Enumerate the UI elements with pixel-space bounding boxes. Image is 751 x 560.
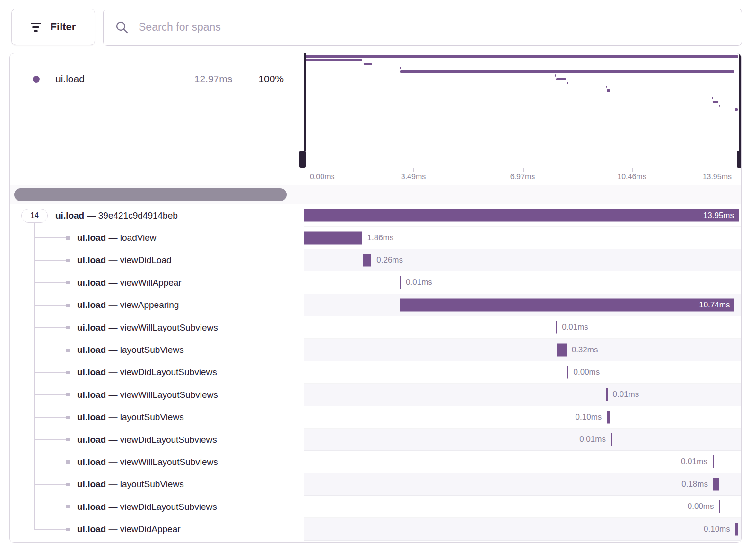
span-duration-bar[interactable]: 13.95ms [304,209,739,222]
span-duration-bar[interactable] [713,455,714,468]
span-duration-bar[interactable] [304,231,362,244]
trace-minimap[interactable] [304,53,741,168]
waterfall-plot: 0.00ms [304,496,739,517]
waterfall-row-viewDidLayoutSubviews[interactable]: 0.00ms [304,496,741,518]
waterfall-row-viewDidLoad[interactable]: 0.26ms [304,249,741,271]
span-duration-bar[interactable] [400,276,401,289]
span-duration-bar[interactable] [567,366,568,378]
span-label: ui.load — layoutSubViews [77,345,184,355]
toolbar: Filter [0,0,751,53]
minimap-span-bar [607,89,610,92]
waterfall-row-39e421c9d4914beb[interactable]: 13.95ms [304,204,741,227]
tree-row-viewDidLayoutSubviews[interactable]: ui.load — viewDidLayoutSubviews [10,429,304,451]
minimap-span-bar [364,63,372,65]
waterfall-plot: 10.74ms [304,294,739,316]
waterfall-row-viewDidLayoutSubviews[interactable]: 0.01ms [304,429,741,451]
axis-tick-label: 10.46ms [617,173,646,181]
time-axis-row: 0.00ms3.49ms6.97ms10.46ms13.95ms [10,168,741,185]
tree-row-viewWillAppear[interactable]: ui.load — viewWillAppear [10,271,304,294]
minimap-right-handle-grip[interactable] [737,151,742,168]
minimap-left-handle-grip[interactable] [299,151,306,168]
waterfall-plot: 1.86ms [304,227,739,248]
minimap-span-bar [567,82,568,84]
waterfall-row-viewWillLayoutSubviews[interactable]: 0.01ms [304,451,741,473]
span-duration-bar[interactable] [556,321,557,334]
span-duration-bar[interactable] [719,500,720,513]
span-duration-label: 0.01ms [562,323,588,332]
span-label: ui.load — viewAppearing [77,300,179,310]
minimap-span-bar [712,97,713,99]
tree-row-layoutSubViews[interactable]: ui.load — layoutSubViews [10,339,304,361]
waterfall-row-viewWillAppear[interactable]: 0.01ms [304,271,741,294]
op-name: ui.load [55,73,179,85]
tree-horizontal-scrollbar[interactable] [14,188,287,201]
scroll-strip [10,185,741,204]
tree-row-viewDidLoad[interactable]: ui.load — viewDidLoad [10,249,304,271]
tree-row-viewWillLayoutSubviews[interactable]: ui.load — viewWillLayoutSubviews [10,451,304,473]
span-tree: 14ui.load — 39e421c9d4914bebui.load — lo… [10,204,304,542]
tree-row-loadView[interactable]: ui.load — loadView [10,227,304,249]
span-label: ui.load — viewWillLayoutSubviews [77,457,218,467]
axis-tick-mark [523,168,524,172]
span-duration-bar[interactable]: 10.74ms [400,298,735,311]
minimap-span-bar [400,67,401,69]
search-icon [115,20,129,35]
trace-panel: ui.load 12.97ms 100% 0.00ms3.49ms6.97ms1… [9,53,742,543]
span-waterfall: 13.95ms1.86ms0.26ms0.01ms10.74ms0.01ms0.… [304,204,741,542]
filter-button[interactable]: Filter [11,9,95,45]
waterfall-row-layoutSubViews[interactable]: 0.10ms [304,406,741,429]
filter-icon [31,23,41,32]
tree-scrollbar-track [10,185,304,204]
minimap-right-handle-line[interactable] [739,53,742,151]
minimap-span-bar [400,70,734,73]
axis-tick-mark [632,168,633,172]
span-duration-label: 0.01ms [406,278,432,287]
waterfall-row-viewWillLayoutSubviews[interactable]: 0.01ms [304,316,741,339]
span-duration-label: 0.00ms [574,368,600,377]
waterfall-row-viewDidLayoutSubviews[interactable]: 0.00ms [304,361,741,384]
tree-row-viewDidLayoutSubviews[interactable]: ui.load — viewDidLayoutSubviews [10,361,304,384]
waterfall-row-viewWillLayoutSubviews[interactable]: 0.01ms [304,384,741,406]
span-duration-label: 0.18ms [681,480,708,489]
tree-row-viewWillLayoutSubviews[interactable]: ui.load — viewWillLayoutSubviews [10,316,304,339]
span-duration-bar[interactable] [607,411,610,423]
span-duration-bar[interactable] [735,523,739,535]
waterfall-row-viewAppearing[interactable]: 10.74ms [304,294,741,316]
waterfall-row-loadView[interactable]: 1.86ms [304,227,741,249]
span-duration-bar[interactable] [713,478,719,490]
minimap-left-handle-line[interactable] [304,53,306,151]
tree-row-39e421c9d4914beb[interactable]: 14ui.load — 39e421c9d4914beb [10,204,304,227]
waterfall-row-viewDidAppear[interactable]: 0.10ms [304,518,741,540]
op-color-dot [33,76,40,83]
span-duration-bar[interactable] [606,388,608,401]
axis-tick-label: 0.00ms [310,173,334,181]
span-label: ui.load — viewWillLayoutSubviews [77,390,218,400]
tree-row-viewAppearing[interactable]: ui.load — viewAppearing [10,294,304,316]
span-duration-bar[interactable] [611,433,612,446]
tree-row-layoutSubViews[interactable]: ui.load — layoutSubViews [10,473,304,496]
tree-row-viewWillLayoutSubviews[interactable]: ui.load — viewWillLayoutSubviews [10,384,304,406]
waterfall-plot: 0.18ms [304,473,739,495]
minimap-span-bar [719,105,720,107]
span-duration-bar[interactable] [363,254,371,266]
search-input[interactable] [138,20,730,34]
minimap-span-bar [611,93,611,96]
span-duration-label: 0.01ms [681,457,707,466]
span-grid: 14ui.load — 39e421c9d4914bebui.load — lo… [10,204,741,542]
tree-row-layoutSubViews[interactable]: ui.load — layoutSubViews [10,406,304,429]
tree-row-viewDidLayoutSubviews[interactable]: ui.load — viewDidLayoutSubviews [10,496,304,518]
span-duration-label: 10.74ms [699,300,730,310]
axis-tick-label: 3.49ms [401,173,426,181]
minimap-span-bar [735,108,738,111]
span-duration-label: 0.00ms [688,502,714,511]
span-duration-bar[interactable] [557,343,567,356]
minimap-span-bar [713,101,718,103]
search-box[interactable] [103,9,742,46]
children-count-badge[interactable]: 14 [21,209,48,223]
waterfall-plot: 0.01ms [304,451,739,472]
span-label: ui.load — viewWillLayoutSubviews [77,323,218,333]
waterfall-plot: 0.01ms [304,271,739,293]
tree-row-viewDidAppear[interactable]: ui.load — viewDidAppear [10,518,304,540]
waterfall-row-layoutSubViews[interactable]: 0.18ms [304,473,741,496]
waterfall-row-layoutSubViews[interactable]: 0.32ms [304,339,741,361]
